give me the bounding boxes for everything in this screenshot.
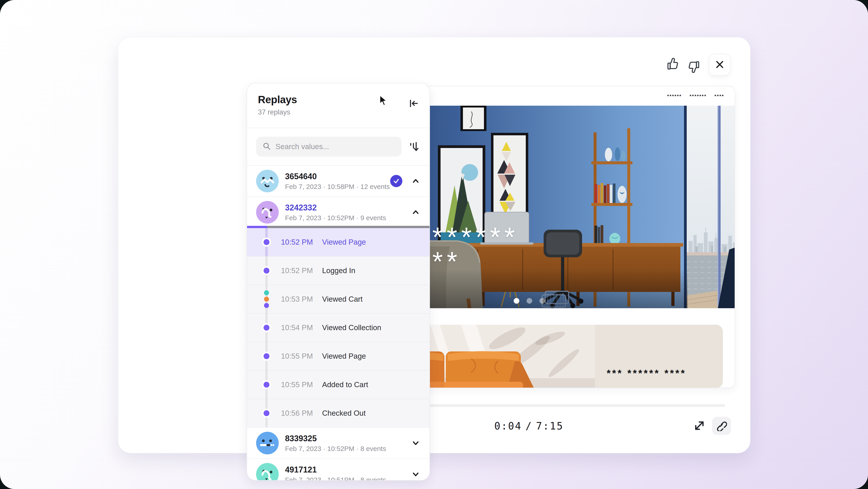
cursor-icon (378, 94, 390, 107)
session-id: 4917121 (285, 465, 405, 474)
event-row[interactable]: 10:55 PM Viewed Page (247, 342, 430, 370)
total-duration: 7:15 (536, 420, 563, 432)
event-dot (264, 268, 270, 274)
event-row[interactable]: 10:55 PM Added to Cart (247, 370, 430, 399)
session-id: 8339325 (285, 434, 405, 443)
event-label: Viewed Cart (322, 295, 363, 304)
session-row[interactable]: 3654640 Feb 7, 2023 · 10:58PM · 12 event… (247, 166, 430, 196)
session-row[interactable]: 4917121 Feb 7, 2023 · 10:51PM · 8 events (247, 458, 430, 481)
session-info: 4917121 Feb 7, 2023 · 10:51PM · 8 events (285, 465, 405, 481)
session-meta: Feb 7, 2023 · 10:52PM · 8 events (285, 445, 405, 453)
time-separator: / (526, 420, 532, 432)
session-info: 8339325 Feb 7, 2023 · 10:52PM · 8 events (285, 434, 405, 453)
thumbs-up-button[interactable] (666, 57, 681, 72)
carousel-dot[interactable] (527, 298, 532, 304)
collapse-left-icon (408, 97, 420, 110)
event-dot (264, 353, 270, 359)
replays-sidebar: Replays 37 replays (247, 83, 430, 481)
session-avatar (256, 432, 279, 454)
expand-icon (692, 419, 707, 434)
session-meta: Feb 7, 2023 · 10:51PM · 8 events (285, 476, 405, 481)
event-dot (264, 382, 270, 387)
session-meta: Feb 7, 2023 · 10:52PM · 9 events (285, 214, 405, 222)
link-icon (716, 420, 727, 432)
session-info: 3242332 Feb 7, 2023 · 10:52PM · 9 events (285, 203, 405, 222)
event-dot-orange (264, 297, 269, 301)
product-text-panel: *** ****** **** (595, 325, 723, 388)
session-playback-progress (247, 226, 430, 228)
chevron-up-icon[interactable] (411, 207, 421, 217)
watched-check-badge (390, 175, 402, 187)
session-id: 3654640 (285, 172, 384, 181)
event-dot (264, 410, 270, 416)
elapsed-time: 0:04 (494, 420, 522, 432)
thumbs-up-icon (666, 57, 681, 73)
search-box[interactable] (256, 137, 401, 156)
event-timeline: 10:52 PM Viewed Page 10:52 PM Logged In … (247, 228, 430, 427)
session-list: 3654640 Feb 7, 2023 · 10:58PM · 12 event… (247, 166, 430, 481)
event-dot (264, 325, 270, 330)
session-row-selected[interactable]: 3242332 Feb 7, 2023 · 10:52PM · 9 events (247, 196, 430, 228)
event-dot (264, 239, 270, 245)
event-time: 10:55 PM (281, 352, 322, 361)
copy-link-button[interactable] (712, 417, 731, 435)
thumbs-down-icon (686, 59, 701, 75)
sort-descending-icon (408, 140, 420, 153)
progress-played (247, 226, 267, 228)
event-time: 10:56 PM (281, 409, 322, 418)
event-time: 10:55 PM (281, 380, 322, 389)
magnifier-icon (262, 142, 271, 151)
search-row (247, 128, 430, 166)
event-time: 10:52 PM (281, 266, 322, 275)
event-row[interactable]: 10:56 PM Checked Out (247, 399, 430, 427)
event-dot-purple (264, 303, 269, 308)
close-button[interactable] (709, 54, 731, 76)
event-time: 10:52 PM (281, 238, 322, 247)
sort-button[interactable] (408, 140, 421, 153)
event-label: Viewed Page (322, 238, 366, 247)
progress-rest (267, 226, 430, 228)
session-info: 3654640 Feb 7, 2023 · 10:58PM · 12 event… (285, 172, 384, 191)
event-label: Viewed Collection (322, 323, 381, 332)
event-label: Checked Out (322, 409, 366, 418)
event-time: 10:53 PM (281, 295, 322, 304)
event-row[interactable]: 10:52 PM Logged In (247, 256, 430, 285)
event-label: Viewed Page (322, 352, 366, 361)
search-input[interactable] (275, 142, 395, 151)
thumbs-down-button[interactable] (686, 59, 701, 74)
chevron-down-icon[interactable] (411, 438, 421, 448)
carousel-dot-active[interactable] (514, 298, 520, 304)
collapse-sidebar-button[interactable] (407, 97, 420, 110)
session-avatar (256, 463, 279, 481)
event-dot-teal (264, 290, 269, 295)
session-avatar (256, 170, 279, 192)
session-avatar (256, 201, 279, 224)
event-row[interactable]: 10:54 PM Viewed Collection (247, 313, 430, 342)
chevron-down-icon[interactable] (411, 469, 421, 479)
event-row[interactable]: 10:53 PM Viewed Cart (247, 285, 430, 313)
replay-count: 37 replays (258, 108, 420, 116)
expand-button[interactable] (692, 419, 707, 433)
page-title: Replays (258, 94, 420, 105)
close-icon (715, 59, 725, 70)
session-row[interactable]: 8339325 Feb 7, 2023 · 10:52PM · 8 events (247, 427, 430, 458)
event-dot-stack (264, 290, 269, 308)
carousel-dots (514, 298, 545, 304)
session-meta: Feb 7, 2023 · 10:58PM · 12 events (285, 183, 384, 191)
event-label: Logged In (322, 266, 355, 275)
site-nav-masked: ****** ******* **** (667, 93, 724, 99)
session-id: 3242332 (285, 203, 405, 212)
event-label: Added to Cart (322, 380, 368, 389)
event-time: 10:54 PM (281, 323, 322, 332)
time-display: 0:04 / 7:15 (479, 414, 579, 438)
product-masked-text: *** ****** **** (607, 368, 686, 379)
carousel-dot[interactable] (539, 298, 545, 304)
chevron-up-icon[interactable] (411, 176, 421, 186)
event-row-selected[interactable]: 10:52 PM Viewed Page (247, 228, 430, 256)
sidebar-header: Replays 37 replays (247, 83, 430, 128)
